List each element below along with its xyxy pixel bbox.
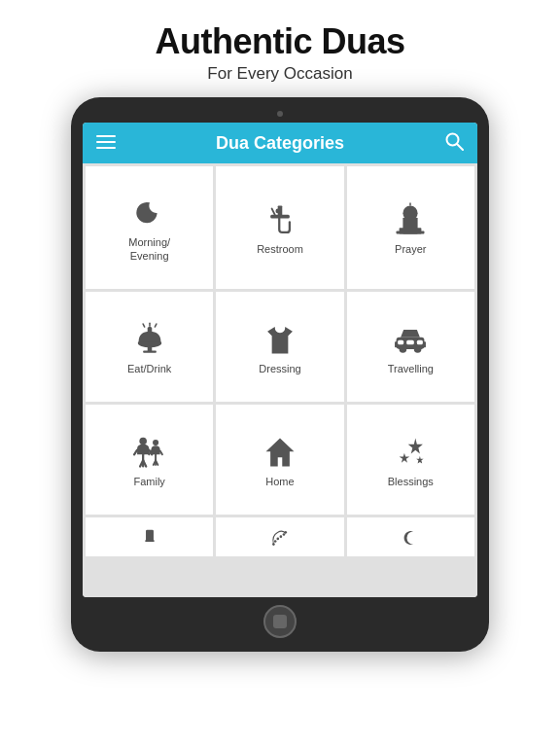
search-icon[interactable] — [444, 131, 464, 156]
food-icon — [131, 321, 168, 358]
category-item11[interactable] — [216, 517, 343, 556]
svg-point-23 — [414, 345, 422, 353]
svg-rect-45 — [146, 530, 154, 542]
category-home[interactable]: Home — [216, 405, 343, 515]
svg-rect-0 — [96, 135, 116, 137]
category-label-home: Home — [265, 476, 294, 488]
cup-icon — [136, 527, 163, 549]
svg-point-47 — [272, 543, 275, 546]
family-icon — [131, 434, 168, 471]
menu-icon[interactable] — [96, 133, 116, 154]
svg-rect-24 — [398, 339, 403, 344]
svg-line-18 — [155, 324, 157, 327]
svg-rect-28 — [423, 341, 426, 347]
svg-rect-20 — [143, 350, 157, 352]
svg-point-51 — [283, 533, 286, 536]
mosque-icon — [392, 201, 429, 238]
category-item10[interactable] — [86, 517, 213, 556]
svg-line-38 — [159, 450, 161, 454]
app-bar-title: Dua Categories — [216, 133, 344, 154]
svg-point-29 — [139, 437, 147, 445]
categories-grid: Morning/Evening Restroom — [83, 163, 477, 597]
category-label-morning-evening: Morning/Evening — [128, 236, 170, 262]
svg-rect-15 — [147, 327, 152, 333]
home-button-inner — [273, 615, 287, 628]
category-label-prayer: Prayer — [395, 243, 426, 256]
crescent-icon — [397, 527, 424, 549]
svg-line-16 — [143, 324, 145, 327]
svg-point-35 — [153, 440, 158, 445]
tablet-frame: Dua Categories Morning/Evening — [71, 97, 489, 652]
category-prayer[interactable]: Prayer — [347, 166, 474, 289]
page-subtitle: For Every Occasion — [19, 64, 541, 84]
svg-point-48 — [274, 540, 277, 543]
svg-point-7 — [275, 209, 280, 214]
car-icon — [392, 321, 429, 358]
house-icon — [262, 434, 298, 471]
category-eat-drink[interactable]: Eat/Drink — [86, 292, 213, 402]
app-header: Dua Categories — [83, 123, 477, 163]
category-family[interactable]: Family — [86, 405, 213, 515]
svg-point-50 — [280, 536, 283, 539]
svg-rect-26 — [407, 339, 415, 344]
svg-point-49 — [276, 538, 279, 541]
stars-icon — [392, 434, 429, 471]
svg-rect-12 — [397, 231, 425, 233]
svg-rect-25 — [417, 339, 423, 344]
category-dressing[interactable]: Dressing — [216, 292, 343, 402]
category-restroom[interactable]: Restroom — [216, 166, 343, 289]
svg-marker-44 — [416, 455, 424, 463]
svg-rect-1 — [96, 141, 116, 143]
svg-line-8 — [272, 209, 275, 215]
svg-line-31 — [134, 449, 137, 454]
svg-marker-43 — [400, 452, 410, 462]
category-label-travelling: Travelling — [388, 363, 434, 375]
moon-icon — [131, 195, 168, 231]
category-item12[interactable] — [347, 517, 474, 556]
tablet-home-button[interactable] — [263, 605, 297, 638]
prayer-beads-icon — [266, 527, 294, 549]
category-label-family: Family — [133, 476, 164, 488]
tablet-camera — [277, 111, 283, 117]
page-header: Authentic Duas For Every Occasion — [0, 0, 560, 97]
svg-rect-27 — [395, 341, 398, 347]
faucet-icon — [262, 201, 298, 238]
svg-point-52 — [284, 531, 287, 534]
svg-marker-41 — [266, 438, 295, 466]
category-morning-evening[interactable]: Morning/Evening — [86, 166, 213, 289]
svg-rect-46 — [145, 540, 155, 542]
svg-point-22 — [400, 345, 407, 353]
category-travelling[interactable]: Travelling — [347, 292, 474, 402]
category-label-restroom: Restroom — [257, 243, 303, 256]
svg-rect-2 — [96, 147, 116, 149]
svg-marker-42 — [408, 438, 423, 453]
page-title: Authentic Duas — [19, 21, 541, 62]
category-label-blessings: Blessings — [388, 476, 434, 488]
category-blessings[interactable]: Blessings — [347, 405, 474, 515]
svg-line-4 — [457, 144, 463, 150]
shirt-icon — [262, 321, 298, 358]
tablet-screen: Dua Categories Morning/Evening — [83, 123, 477, 597]
category-label-eat-drink: Eat/Drink — [127, 363, 171, 375]
category-label-dressing: Dressing — [259, 363, 300, 375]
